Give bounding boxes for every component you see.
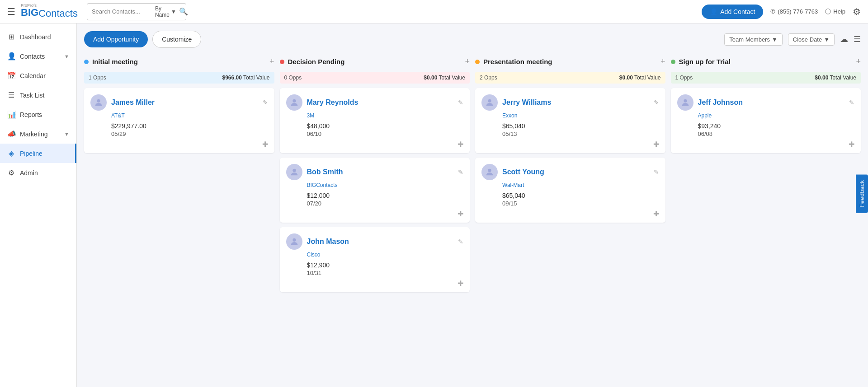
search-bar[interactable]: By Name ▼ 🔍 <box>87 3 186 20</box>
avatar <box>286 233 302 250</box>
card-footer: ✚ <box>286 140 464 149</box>
sidebar-item-task-list[interactable]: ☰ Task List <box>0 85 76 105</box>
card-contact-name[interactable]: Jerry Williams <box>502 98 654 107</box>
card-contact-name[interactable]: Bob Smith <box>307 168 458 176</box>
card-date: 06/08 <box>698 131 855 137</box>
sidebar-item-pipeline[interactable]: ◈ Pipeline <box>0 144 76 163</box>
edit-icon[interactable]: ✎ <box>654 168 659 176</box>
customize-button[interactable]: Customize <box>152 31 201 48</box>
svg-point-5 <box>488 169 491 172</box>
column-add-icon[interactable]: + <box>269 57 274 66</box>
logo-contacts: Contacts <box>38 8 78 19</box>
svg-point-3 <box>292 238 296 242</box>
card-date: 05/29 <box>111 131 268 137</box>
move-icon[interactable]: ✚ <box>458 210 463 218</box>
edit-icon[interactable]: ✎ <box>849 99 854 106</box>
opportunity-card: John Mason ✎ Cisco $12,900 10/31 ✚ <box>280 227 470 292</box>
total-value: $966.00 Total Value <box>222 75 270 81</box>
column-add-icon[interactable]: + <box>465 57 470 66</box>
add-opportunity-button[interactable]: Add Opportunity <box>84 31 148 47</box>
add-contact-button[interactable]: 👤 Add Contact <box>702 5 763 19</box>
card-footer: ✚ <box>677 140 855 149</box>
column-dot <box>280 60 284 64</box>
top-navigation: ☰ ProProfs BIG Contacts By Name ▼ 🔍 👤 Ad… <box>0 0 868 23</box>
card-contact-name[interactable]: James Miller <box>111 98 263 107</box>
column-add-icon[interactable]: + <box>660 57 665 66</box>
card-footer: ✚ <box>90 140 268 149</box>
calendar-icon: 📅 <box>7 71 15 80</box>
column-title: Initial meeting <box>92 58 269 65</box>
search-by-dropdown[interactable]: By Name ▼ <box>155 5 176 18</box>
card-header: Bob Smith ✎ <box>286 164 464 180</box>
move-icon[interactable]: ✚ <box>458 140 463 149</box>
settings-icon[interactable]: ⚙ <box>853 6 861 17</box>
team-members-filter[interactable]: Team Members ▼ <box>724 33 782 46</box>
edit-icon[interactable]: ✎ <box>458 99 463 106</box>
sidebar-item-label: Marketing <box>20 131 60 138</box>
avatar <box>286 94 302 111</box>
card-amount: $48,000 <box>307 122 464 130</box>
admin-icon: ⚙ <box>7 168 15 177</box>
search-icon[interactable]: 🔍 <box>179 7 188 16</box>
card-company: AT&T <box>111 112 268 119</box>
card-contact-name[interactable]: Jeff Johnson <box>698 98 849 107</box>
svg-point-2 <box>292 169 296 172</box>
opps-count: 1 Opps <box>89 75 106 81</box>
card-contact-name[interactable]: John Mason <box>307 238 458 246</box>
card-company: Cisco <box>307 252 464 258</box>
move-icon[interactable]: ✚ <box>653 140 659 149</box>
move-icon[interactable]: ✚ <box>458 279 463 288</box>
svg-point-4 <box>488 99 491 103</box>
logo: ProProfs BIG Contacts <box>21 4 78 19</box>
edit-icon[interactable]: ✎ <box>263 99 268 106</box>
dashboard-icon: ⊞ <box>7 33 15 41</box>
move-icon[interactable]: ✚ <box>262 140 268 149</box>
avatar <box>481 164 498 180</box>
sidebar-item-reports[interactable]: 📊 Reports <box>0 105 76 124</box>
edit-icon[interactable]: ✎ <box>458 238 463 245</box>
column-stats: 1 Opps $0.00 Total Value <box>671 72 861 84</box>
column-stats: 0 Opps $0.00 Total Value <box>280 72 470 84</box>
column-title: Presentation meeting <box>483 58 660 65</box>
app-body: ⊞ Dashboard 👤 Contacts ▼ 📅 Calendar ☰ Ta… <box>0 23 868 387</box>
card-header: Jeff Johnson ✎ <box>677 94 855 111</box>
sidebar-item-marketing[interactable]: 📣 Marketing ▼ <box>0 124 76 144</box>
menu-icon[interactable]: ☰ <box>7 6 15 17</box>
card-company: Wal-Mart <box>502 182 659 188</box>
card-contact-name[interactable]: Scott Young <box>502 168 654 176</box>
search-input[interactable] <box>92 8 155 15</box>
add-contact-icon: 👤 <box>710 8 717 15</box>
opportunity-card: Jerry Williams ✎ Exxon $65,040 05/13 ✚ <box>475 88 665 153</box>
list-view-icon[interactable]: ☰ <box>854 34 861 44</box>
column-dot <box>84 60 89 64</box>
pipeline-icon: ◈ <box>7 149 15 158</box>
card-company: BIGContacts <box>307 182 464 188</box>
close-date-filter[interactable]: Close Date ▼ <box>788 33 835 46</box>
cloud-upload-icon[interactable]: ☁ <box>840 34 848 44</box>
opps-count: 2 Opps <box>480 75 497 81</box>
main-content: Add Opportunity Customize Team Members ▼… <box>77 23 868 387</box>
card-amount: $12,900 <box>307 261 464 269</box>
column-dot <box>671 60 675 64</box>
column-initial-meeting: Initial meeting + 1 Opps $966.00 Total V… <box>84 55 274 158</box>
column-header: Initial meeting + <box>84 55 274 68</box>
column-add-icon[interactable]: + <box>856 57 861 66</box>
column-presentation-meeting: Presentation meeting + 2 Opps $0.00 Tota… <box>475 55 665 227</box>
card-footer: ✚ <box>286 210 464 218</box>
card-contact-name[interactable]: Mary Reynolds <box>307 98 458 107</box>
column-dot <box>475 60 480 64</box>
sidebar: ⊞ Dashboard 👤 Contacts ▼ 📅 Calendar ☰ Ta… <box>0 23 77 387</box>
sidebar-item-admin[interactable]: ⚙ Admin <box>0 163 76 182</box>
column-title: Sign up for Trial <box>679 58 856 65</box>
help-nav[interactable]: ⓘ Help <box>825 8 845 16</box>
phone-nav[interactable]: ✆ (855) 776-7763 <box>770 8 818 15</box>
move-icon[interactable]: ✚ <box>653 210 659 218</box>
sidebar-item-calendar[interactable]: 📅 Calendar <box>0 66 76 85</box>
avatar <box>481 94 498 111</box>
move-icon[interactable]: ✚ <box>849 140 854 149</box>
edit-icon[interactable]: ✎ <box>458 168 463 176</box>
sidebar-item-contacts[interactable]: 👤 Contacts ▼ <box>0 47 76 66</box>
feedback-tab[interactable]: Feedback <box>856 174 868 213</box>
edit-icon[interactable]: ✎ <box>654 99 659 106</box>
sidebar-item-dashboard[interactable]: ⊞ Dashboard <box>0 27 76 47</box>
